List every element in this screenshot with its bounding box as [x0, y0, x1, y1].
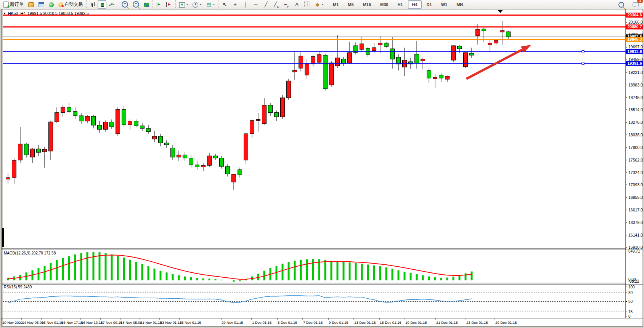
- tf-w1-button[interactable]: W1: [437, 0, 452, 9]
- candle: [232, 174, 236, 182]
- candle: [104, 122, 108, 129]
- notification-count-badge: 1: [637, 0, 643, 3]
- toolbar-group-scroll: ▶▶: [152, 0, 175, 9]
- candle: [451, 46, 456, 60]
- tf-mn-button[interactable]: MN: [452, 0, 467, 9]
- clock-icon: [193, 2, 198, 8]
- candle: [31, 149, 35, 157]
- candle: [311, 57, 315, 64]
- price-badge-label: 19613.6: [628, 49, 642, 54]
- candle: [378, 43, 382, 45]
- candle: [268, 105, 273, 112]
- chart-symbol-period: HK50-,H4: [8, 11, 26, 16]
- new-order-icon: [3, 2, 9, 8]
- zoom-in-icon: +: [122, 1, 128, 8]
- price-badge-label: 19845.3: [628, 37, 642, 42]
- line-handle[interactable]: [582, 62, 584, 64]
- price-badge-label: 20080.7: [628, 24, 642, 29]
- horizontal-line-button[interactable]: ─: [251, 0, 260, 9]
- candlestick-button[interactable]: [98, 0, 106, 9]
- shapes-button[interactable]: ◆▾: [313, 0, 325, 9]
- charts-button[interactable]: [26, 0, 36, 9]
- blue-window-icon: [39, 2, 44, 7]
- zoom-in-button[interactable]: +: [120, 0, 130, 9]
- text-icon: A: [294, 2, 300, 7]
- periods-button[interactable]: ▾: [191, 0, 203, 9]
- time-tick-label: 21 Nov 01:15: [140, 320, 162, 325]
- text-button[interactable]: A: [292, 0, 302, 9]
- candle: [134, 121, 138, 126]
- notifications-button[interactable]: 1: [631, 0, 641, 9]
- label-button[interactable]: T: [302, 0, 312, 9]
- chevron-down-icon: ▾: [322, 3, 323, 6]
- time-tick-label: 9 Dec 01:15: [329, 320, 348, 325]
- toolbar-group-zoom: +−: [118, 0, 152, 9]
- rsi-axis-label: 50: [628, 299, 633, 304]
- line-chart-button[interactable]: [107, 0, 116, 9]
- search-button[interactable]: [617, 0, 626, 9]
- candle: [55, 113, 59, 122]
- templates-button[interactable]: ▤▾: [204, 0, 217, 9]
- line-handle[interactable]: [582, 51, 584, 53]
- price-tick-label: 18983.0: [628, 83, 643, 87]
- trendline-icon: ╱: [263, 2, 269, 7]
- chart-dropdown-icon[interactable]: ▼: [3, 12, 6, 15]
- tile-windows-icon: [144, 3, 149, 7]
- time-tick-label: 23 Nov 01:15: [160, 320, 182, 325]
- mt4-terminal: 新订单自动交易+−▶▶+▾▾▤▾↖+│─╱╱E┅FAT◆▾M1M5M15M30H…: [0, 0, 644, 328]
- toolbar-group-timeframes: M1M5M15M30H1H4D1W1MN: [327, 0, 469, 9]
- left-edge-marker: [2, 228, 4, 247]
- vertical-line-button[interactable]: │: [241, 0, 250, 9]
- cursor-button[interactable]: ↖: [220, 0, 230, 9]
- price-tick-label: 16855.0: [628, 195, 643, 200]
- fibonacci-button[interactable]: ┅F: [282, 0, 291, 9]
- auto-trading-button[interactable]: 自动交易: [56, 0, 85, 9]
- time-tick-label: 29 Dec 01:15: [495, 320, 517, 325]
- candle: [37, 149, 41, 152]
- channel-button[interactable]: ╱E: [271, 0, 281, 9]
- zoom-out-button[interactable]: −: [131, 0, 141, 9]
- tf-d1-button[interactable]: D1: [422, 0, 436, 9]
- bar-chart-button[interactable]: [88, 0, 97, 9]
- time-tick-label: 25 Nov 01:15: [180, 320, 201, 325]
- auto-scroll-button[interactable]: ▶: [154, 0, 164, 9]
- tf-h1-button[interactable]: H1: [393, 0, 407, 9]
- price-badge-label: 19391.6: [628, 61, 642, 66]
- time-tick-label: 17 Nov 09:15: [101, 320, 122, 325]
- candle: [250, 120, 254, 134]
- candle: [384, 43, 389, 46]
- crosshair-button[interactable]: +: [230, 0, 240, 9]
- candle: [439, 75, 443, 78]
- price-tick-label: 15910.0: [628, 245, 643, 250]
- tf-m15-button[interactable]: M15: [359, 0, 375, 9]
- price-tick-label: 16379.0: [628, 220, 643, 225]
- time-tick-label: 18 Nov 05:00: [120, 320, 142, 325]
- time-tick-label: 29 Nov 01:15: [222, 320, 243, 325]
- candle: [336, 58, 340, 66]
- zoom-out-icon: −: [133, 1, 139, 8]
- time-tick-label: 16 Nov 13:15: [81, 320, 103, 325]
- candle: [500, 30, 504, 32]
- chart-shift-button[interactable]: ▶: [164, 0, 174, 9]
- chart-canvas[interactable]: 20166.019935.019697.019459.019221.018983…: [0, 0, 644, 328]
- tf-m1-button[interactable]: M1: [329, 0, 343, 9]
- candle: [171, 148, 175, 157]
- tile-windows-button[interactable]: [142, 0, 151, 9]
- trendline-button[interactable]: ╱: [261, 0, 271, 9]
- new-order-button[interactable]: 新订单: [2, 0, 26, 9]
- candle: [226, 166, 230, 174]
- tf-m30-button[interactable]: M30: [376, 0, 392, 9]
- search-icon: [618, 2, 624, 8]
- market-watch-button[interactable]: [47, 0, 56, 9]
- candle: [445, 76, 450, 79]
- chat-icon: [633, 2, 639, 7]
- tf-h4-button[interactable]: H4: [408, 0, 422, 9]
- tf-m5-button[interactable]: M5: [344, 0, 358, 9]
- window-button[interactable]: [37, 0, 46, 9]
- candle: [195, 165, 199, 167]
- candle: [43, 149, 47, 152]
- indicators-button[interactable]: +▾: [177, 0, 190, 9]
- price-tick-label: 17562.0: [628, 158, 643, 162]
- candle: [128, 121, 132, 125]
- candle: [275, 113, 279, 117]
